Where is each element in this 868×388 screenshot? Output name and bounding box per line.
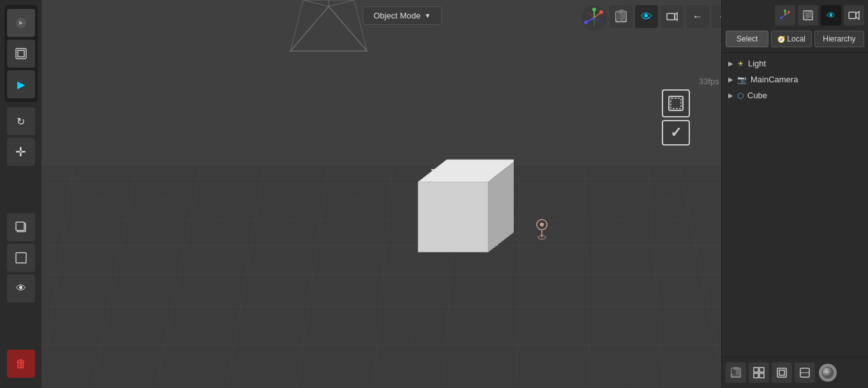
camera-label: MainCamera [751, 75, 862, 84]
rtb-camera-btn[interactable] [844, 5, 864, 26]
right-panel: 👁 Select 🧭 Local Hierarchy ▶ ☀ Light [721, 0, 868, 388]
svg-rect-69 [667, 13, 675, 20]
point-light-gizmo [533, 217, 551, 245]
local-button[interactable]: 🧭 Local [771, 31, 811, 47]
bottom-icon1-btn[interactable] [726, 362, 746, 383]
eye-btn[interactable]: 👁 [7, 274, 35, 302]
svg-line-64 [594, 18, 602, 22]
blender-logo-btn[interactable] [7, 9, 35, 37]
svg-marker-84 [807, 11, 812, 19]
hierarchy-item-maincamera[interactable]: ▶ 📷 MainCamera [722, 71, 868, 87]
camera-view-btn[interactable] [661, 5, 684, 28]
bottom-icon3-btn[interactable] [772, 362, 792, 383]
local-label: Local [787, 34, 805, 43]
cube-label: Cube [747, 91, 862, 100]
bottom-sphere-btn[interactable] [819, 364, 837, 382]
svg-rect-4 [16, 222, 24, 230]
nav-back-btn[interactable]: ← [686, 5, 709, 28]
delete-btn[interactable]: 🗑 [7, 350, 35, 378]
svg-rect-94 [760, 373, 764, 378]
viewport[interactable]: Object Mode ▼ 33fps [41, 0, 763, 388]
3d-cube [399, 150, 514, 267]
view-cube-btn[interactable] [610, 5, 632, 28]
svg-rect-85 [849, 12, 856, 19]
rtb-eye-btn[interactable]: 👁 [821, 5, 841, 26]
svg-marker-86 [856, 11, 859, 19]
svg-marker-70 [675, 13, 677, 20]
svg-rect-92 [760, 368, 764, 372]
rtb-axes-btn[interactable] [775, 5, 795, 26]
svg-line-39 [329, 0, 354, 6]
play-btn[interactable]: ▶ [7, 70, 35, 98]
bottom-icon2-btn[interactable] [749, 362, 769, 383]
svg-rect-49 [418, 182, 488, 252]
left-sidebar: ▶ ↻ ✛ 👁 🗑 [0, 0, 41, 388]
hierarchy-item-light[interactable]: ▶ ☀ Light [722, 56, 868, 71]
frame-btn[interactable] [7, 244, 35, 272]
svg-rect-96 [779, 370, 784, 375]
hierarchy-list: ▶ ☀ Light ▶ 📷 MainCamera ▶ ⬡ Cube [722, 53, 868, 106]
chevron-down-icon: ▼ [424, 12, 431, 19]
svg-rect-91 [754, 368, 758, 372]
svg-rect-5 [16, 253, 26, 263]
axes-gizmo[interactable] [581, 5, 607, 31]
svg-line-58 [587, 12, 594, 18]
render-view-btn[interactable]: 👁 [635, 5, 658, 28]
object-mode-label: Object Mode [373, 11, 421, 20]
rtb-cube-btn[interactable] [798, 5, 818, 26]
svg-point-63 [584, 20, 588, 24]
select-button[interactable]: Select [726, 31, 768, 47]
object-mode-selector[interactable]: Object Mode ▼ [363, 6, 442, 25]
hierarchy-button[interactable]: Hierarchy [814, 31, 864, 47]
svg-point-60 [592, 8, 596, 11]
cube-arrow: ▶ [728, 92, 733, 99]
light-label: Light [748, 59, 862, 68]
svg-line-38 [303, 0, 329, 6]
camera-arrow: ▶ [728, 76, 733, 83]
right-bottom-toolbar [722, 357, 868, 388]
svg-rect-2 [18, 50, 24, 57]
svg-rect-95 [777, 368, 786, 377]
cube-type-icon: ⬡ [737, 91, 744, 100]
move-tool-btn[interactable]: ✛ [7, 138, 35, 166]
local-view-btn[interactable] [7, 40, 35, 68]
copy-btn[interactable] [7, 213, 35, 241]
svg-point-53 [540, 223, 544, 227]
bottom-icon4-btn[interactable] [795, 362, 815, 383]
svg-rect-93 [754, 373, 758, 378]
selection-overlay: ✓ [662, 89, 690, 146]
hierarchy-item-cube[interactable]: ▶ ⬡ Cube [722, 87, 868, 103]
svg-point-57 [599, 10, 603, 14]
svg-rect-75 [671, 98, 681, 108]
svg-point-79 [784, 10, 786, 12]
camera-type-icon: 📷 [737, 75, 747, 84]
light-type-icon: ☀ [737, 59, 744, 68]
light-arrow: ▶ [728, 60, 733, 67]
right-top-toolbar: 👁 Select 🧭 Local Hierarchy [722, 0, 868, 53]
svg-point-81 [780, 17, 782, 19]
refresh-btn[interactable]: ↻ [7, 107, 35, 135]
svg-marker-37 [290, 6, 367, 51]
svg-point-77 [788, 11, 790, 13]
